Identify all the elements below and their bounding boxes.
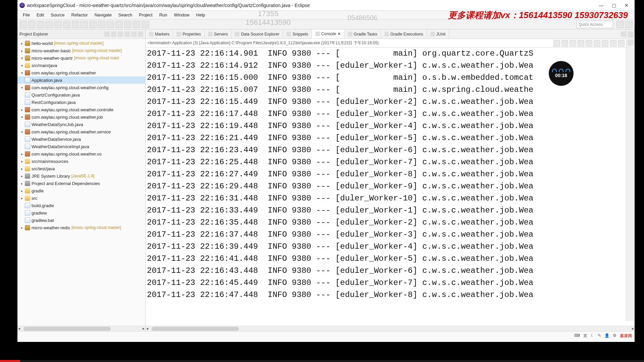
terminate-icon[interactable]	[553, 40, 560, 47]
expand-icon[interactable]: ▸	[19, 41, 24, 46]
expand-icon[interactable]	[19, 122, 24, 127]
link-editor-icon[interactable]	[111, 32, 116, 37]
expand-icon[interactable]	[19, 78, 24, 82]
expand-icon[interactable]	[19, 93, 24, 97]
expand-icon[interactable]	[19, 137, 24, 141]
expand-icon[interactable]: ▸	[19, 152, 24, 156]
menu-help[interactable]: Help	[193, 12, 209, 18]
tree-node[interactable]: ▾com.waylau.spring.cloud.weather.config	[17, 84, 145, 91]
tree-node[interactable]: ▸src	[17, 194, 145, 202]
toolbar-annotation-next-icon[interactable]	[115, 21, 123, 28]
expand-icon[interactable]: ▾	[19, 85, 24, 90]
tree-node[interactable]: ▸Project and External Dependencies	[17, 180, 145, 187]
expand-icon[interactable]: ▸	[19, 166, 24, 171]
tree-node[interactable]: build.gradle	[17, 202, 145, 209]
tree-node[interactable]: RestConfiguration.java	[17, 99, 145, 106]
view-minimize-icon[interactable]	[621, 32, 626, 37]
ime-icon-3[interactable]: ✎	[598, 333, 601, 339]
tab-properties[interactable]: Properties	[173, 29, 205, 39]
tab-gradle-tasks[interactable]: Gradle Tasks	[344, 29, 381, 39]
toolbar-forward-icon[interactable]	[133, 21, 140, 28]
tree-node[interactable]: ▾src/main/java	[17, 62, 145, 69]
menu-edit[interactable]: Edit	[33, 12, 47, 18]
remove-launch-icon[interactable]	[561, 40, 568, 47]
toolbar-runlast-icon[interactable]	[63, 21, 70, 28]
expand-icon[interactable]: ▸	[19, 48, 24, 53]
expand-icon[interactable]: ▾	[19, 129, 24, 134]
tab-snippets[interactable]: Snippets	[283, 29, 312, 39]
toolbar-search-icon[interactable]	[98, 21, 105, 28]
expand-icon[interactable]: ▾	[19, 63, 24, 68]
menu-project[interactable]: Project	[136, 12, 156, 18]
tree-node[interactable]: ▸com.waylau.spring.cloud.weather.control…	[17, 106, 145, 113]
floating-face-badge[interactable]: 00:18	[549, 61, 574, 86]
view-menu-icon[interactable]	[124, 32, 130, 37]
tasklist-min-icon[interactable]	[628, 40, 634, 46]
toolbar-newpkg-icon[interactable]	[72, 21, 79, 28]
tree-node[interactable]: ▸src/main/resources	[17, 158, 145, 165]
maximize-button[interactable]: ▢	[608, 1, 620, 9]
tree-node[interactable]: ▸src/test/java	[17, 165, 145, 172]
tree-node[interactable]: ▸hello-world[imooc-spring-cloud master]	[17, 40, 145, 47]
tree-node[interactable]: ▾com.waylau.spring.cloud.weather.job	[17, 113, 145, 121]
menu-search[interactable]: Search	[115, 12, 136, 18]
tab-close-icon[interactable]: ✕	[337, 32, 341, 36]
ime-icon-5[interactable]: ⚙	[613, 333, 616, 339]
tree-node[interactable]: gradlew	[17, 209, 145, 217]
ime-icon-4[interactable]: 👤	[604, 333, 609, 339]
expand-icon[interactable]: ▸	[19, 107, 24, 112]
tree-node[interactable]: WeatherDataService.java	[17, 135, 145, 143]
expand-icon[interactable]: ▸	[19, 196, 24, 200]
view-min-icon[interactable]	[118, 32, 123, 37]
toolbar-annotation-prev-icon[interactable]	[107, 21, 114, 28]
project-tree[interactable]: ▸hello-world[imooc-spring-cloud master]▸…	[17, 39, 145, 326]
expand-icon[interactable]: ▸	[19, 225, 24, 230]
quick-access-input[interactable]: Quick Access	[576, 21, 613, 28]
tree-node[interactable]: ▾com.waylau.spring.cloud.weather.service	[17, 128, 145, 135]
pin-console-icon[interactable]	[602, 40, 608, 47]
view-max-icon[interactable]	[138, 32, 143, 37]
tree-node[interactable]: ▾com.waylau.spring.cloud.weather	[17, 69, 145, 76]
tab-console[interactable]: Console ✕	[312, 29, 344, 39]
outline-min-icon[interactable]	[628, 32, 634, 38]
console-output[interactable]: 2017-11-23 22:16:14.901 INFO 9380 --- [ …	[146, 48, 635, 326]
open-console-icon[interactable]	[618, 40, 625, 47]
menu-refactor[interactable]: Refactor	[68, 12, 91, 18]
tree-node[interactable]: WeatherDataSyncJob.java	[17, 121, 145, 128]
expand-icon[interactable]	[19, 210, 24, 215]
sidebar-horizontal-scrollbar[interactable]: ◂ ▸	[17, 326, 145, 331]
tab-servers[interactable]: Servers	[205, 29, 231, 39]
clear-console-icon[interactable]	[578, 40, 584, 47]
menu-source[interactable]: Source	[47, 12, 68, 18]
tree-node[interactable]: ▾micro-weather-quartz[imooc-spring-cloud…	[17, 54, 145, 62]
expand-icon[interactable]	[19, 100, 24, 105]
video-progress-bar[interactable]	[0, 360, 644, 362]
toolbar-new-icon[interactable]	[19, 21, 27, 28]
expand-icon[interactable]: ▾	[19, 115, 24, 119]
perspective-java-icon[interactable]	[616, 21, 624, 28]
toolbar-pin-icon[interactable]	[142, 21, 149, 28]
toolbar-run-icon[interactable]	[54, 21, 62, 28]
expand-icon[interactable]: ▸	[19, 174, 24, 178]
toolbar-back-icon[interactable]	[124, 21, 131, 28]
tree-node[interactable]: Application.java	[17, 76, 145, 84]
word-wrap-icon[interactable]	[594, 40, 600, 47]
collapse-all-icon[interactable]	[104, 32, 110, 37]
tab-junit[interactable]: JUnit	[427, 29, 449, 39]
ime-icon[interactable]: ⌨	[574, 333, 580, 339]
tree-node[interactable]: QuartzConfiguration.java	[17, 91, 145, 99]
close-button[interactable]: ✕	[621, 1, 633, 9]
menu-file[interactable]: File	[19, 12, 33, 18]
toolbar-saveall-icon[interactable]	[37, 21, 44, 28]
tree-node[interactable]: gradlew.bat	[17, 217, 145, 224]
toolbar-newclass-icon[interactable]	[80, 21, 88, 28]
expand-icon[interactable]: ▸	[19, 181, 24, 186]
tab-gradle-executions[interactable]: Gradle Executions	[381, 29, 427, 39]
console-horizontal-scrollbar[interactable]: ◂ ▸	[146, 326, 635, 331]
toolbar-debug-icon[interactable]	[46, 21, 53, 28]
tree-node[interactable]: ▸com.waylau.spring.cloud.weather.vo	[17, 150, 145, 158]
tree-node[interactable]: ▸JRE System Library[JavaSE-1.8]	[17, 172, 145, 180]
menu-run[interactable]: Run	[156, 12, 171, 18]
perspective-javaee-icon[interactable]	[625, 21, 633, 28]
tab-data-source-explorer[interactable]: Data Source Explorer	[231, 29, 283, 39]
